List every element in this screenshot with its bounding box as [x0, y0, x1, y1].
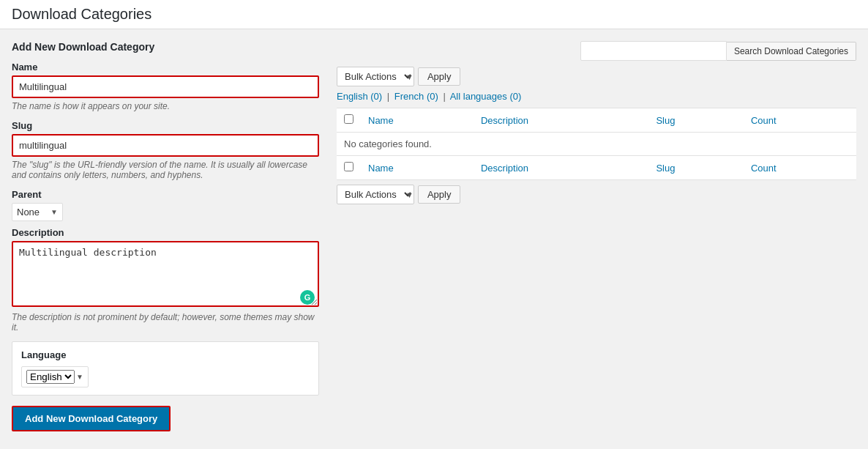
table-body: No categories found.: [337, 133, 856, 156]
search-box: Search Download Categories: [580, 41, 856, 61]
search-input[interactable]: [580, 41, 727, 61]
no-categories-row: No categories found.: [337, 133, 856, 156]
select-all-checkbox-top[interactable]: [344, 114, 353, 124]
col-slug-footer[interactable]: Slug: [648, 156, 744, 180]
english-filter-link[interactable]: English (0): [337, 91, 382, 102]
language-select-wrapper[interactable]: English ▼: [21, 366, 89, 387]
table-footer-row: Name Description Slug Count: [337, 156, 856, 180]
textarea-wrapper: Multilingual description G: [12, 241, 319, 309]
parent-select-arrow-icon: ▼: [50, 208, 58, 216]
col-count-header[interactable]: Count: [744, 108, 856, 133]
page-header: Download Categories: [0, 0, 868, 29]
page-wrapper: Download Categories Add New Download Cat…: [0, 0, 868, 449]
bottom-bulk-actions-bar: Bulk Actions ▼ Apply: [337, 185, 856, 204]
description-input[interactable]: Multilingual description: [12, 241, 319, 307]
parent-label: Parent: [12, 189, 319, 200]
language-filter-bar: English (0) | French (0) | All languages…: [337, 91, 856, 102]
language-box: Language English ▼: [12, 341, 319, 396]
parent-field-group: Parent None ▼: [12, 189, 319, 221]
top-bulk-actions-bar: Bulk Actions ▼ Apply: [337, 67, 856, 86]
col-check-header: [337, 108, 361, 133]
language-select[interactable]: English: [26, 370, 75, 384]
col-slug-header[interactable]: Slug: [648, 108, 744, 133]
col-description-footer: Description: [474, 156, 648, 180]
search-button[interactable]: Search Download Categories: [727, 42, 856, 61]
sep1: |: [387, 91, 389, 102]
bottom-bulk-actions-select[interactable]: Bulk Actions: [337, 185, 414, 204]
name-hint: The name is how it appears on your site.: [12, 101, 319, 111]
description-label: Description: [12, 227, 319, 238]
description-hint: The description is not prominent by defa…: [12, 312, 319, 333]
top-bulk-actions-select[interactable]: Bulk Actions: [337, 67, 414, 86]
parent-select-wrapper[interactable]: None ▼: [12, 203, 63, 221]
slug-label: Slug: [12, 120, 319, 131]
table-header-row: Name Description Slug Count: [337, 108, 856, 133]
col-name-footer[interactable]: Name: [361, 156, 474, 180]
table-header: Name Description Slug Count: [337, 108, 856, 133]
grammarly-icon: G: [300, 290, 315, 305]
col-check-footer: [337, 156, 361, 180]
col-count-footer[interactable]: Count: [744, 156, 856, 180]
language-select-arrow-icon: ▼: [76, 373, 83, 381]
description-field-group: Description Multilingual description G T…: [12, 227, 319, 333]
categories-table: Name Description Slug Count No categorie…: [337, 108, 856, 180]
all-languages-filter-link[interactable]: All languages (0): [450, 91, 522, 102]
col-name-header[interactable]: Name: [361, 108, 474, 133]
french-filter-link[interactable]: French (0): [394, 91, 438, 102]
name-field-group: Name The name is how it appears on your …: [12, 62, 319, 111]
name-label: Name: [12, 62, 319, 73]
name-input[interactable]: [12, 75, 319, 98]
top-apply-button[interactable]: Apply: [418, 67, 461, 86]
sep2: |: [443, 91, 445, 102]
page-title: Download Categories: [12, 6, 856, 23]
no-categories-message: No categories found.: [337, 133, 856, 156]
slug-input[interactable]: [12, 134, 319, 157]
right-panel: Search Download Categories Bulk Actions …: [337, 41, 856, 204]
language-box-title: Language: [21, 349, 310, 360]
content-area: Add New Download Category Name The name …: [0, 29, 868, 443]
table-footer: Name Description Slug Count: [337, 156, 856, 180]
left-panel: Add New Download Category Name The name …: [12, 41, 319, 431]
add-new-download-category-button[interactable]: Add New Download Category: [12, 406, 171, 431]
top-bar: Search Download Categories: [337, 41, 856, 61]
select-all-checkbox-bottom[interactable]: [344, 162, 353, 171]
add-new-title: Add New Download Category: [12, 41, 319, 53]
slug-hint: The "slug" is the URL-friendly version o…: [12, 160, 319, 180]
slug-field-group: Slug The "slug" is the URL-friendly vers…: [12, 120, 319, 180]
parent-select[interactable]: None: [17, 207, 49, 218]
bottom-apply-button[interactable]: Apply: [418, 185, 461, 204]
col-description-header: Description: [474, 108, 648, 133]
